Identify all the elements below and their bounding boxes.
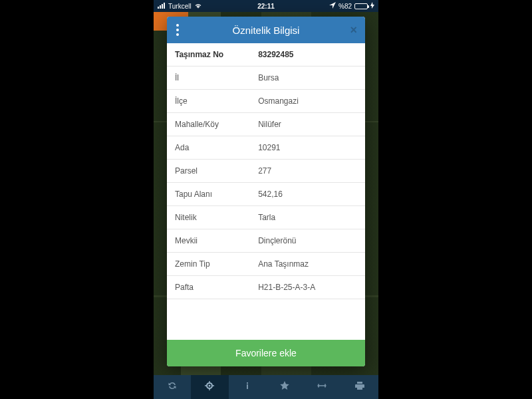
- attribute-key: Ada: [167, 136, 250, 160]
- status-bar: Turkcell 22:11 %82: [154, 0, 378, 12]
- battery-icon: [354, 3, 368, 9]
- locate-icon: [204, 380, 215, 394]
- modal-body: Taşınmaz No83292485İlBursaİlçeOsmangaziM…: [167, 43, 365, 340]
- refresh-icon: [167, 380, 178, 394]
- measure-icon: [317, 380, 327, 394]
- info-icon: [242, 380, 253, 394]
- close-icon[interactable]: ×: [350, 24, 357, 36]
- attribute-key: Parsel: [167, 160, 250, 183]
- star-icon: [279, 380, 290, 394]
- refresh-button[interactable]: [154, 375, 191, 399]
- attribute-value: 10291: [250, 136, 365, 160]
- battery-pct-label: %82: [338, 3, 352, 10]
- modal-header: Öznitelik Bilgisi ×: [167, 17, 365, 43]
- table-row: Zemin TipAna Taşınmaz: [167, 253, 365, 276]
- print-icon: [354, 380, 365, 394]
- svg-rect-3: [164, 3, 165, 9]
- signal-icon: [158, 3, 166, 10]
- table-row: PaftaH21-B-25-A-3-A: [167, 276, 365, 299]
- location-arrow-icon: [329, 2, 336, 10]
- charging-icon: [370, 2, 374, 10]
- modal-title: Öznitelik Bilgisi: [233, 25, 300, 36]
- attribute-key: Mevkii: [167, 229, 250, 253]
- add-favorites-button[interactable]: Favorilere ekle: [167, 340, 365, 366]
- table-row: NitelikTarla: [167, 206, 365, 229]
- svg-rect-0: [158, 7, 159, 9]
- table-row: Mahalle/KöyNilüfer: [167, 113, 365, 136]
- locate-button[interactable]: [191, 375, 228, 399]
- info-button[interactable]: [229, 375, 266, 399]
- attribute-key: Pafta: [167, 276, 250, 299]
- bottom-toolbar: [154, 375, 378, 399]
- star-button[interactable]: [266, 375, 303, 399]
- attribute-value: Tarla: [250, 206, 365, 229]
- attribute-key: İl: [167, 66, 250, 90]
- carrier-label: Turkcell: [168, 3, 192, 10]
- attribute-key: Nitelik: [167, 206, 250, 229]
- attribute-value: 542,16: [250, 183, 365, 206]
- attribute-table: Taşınmaz No83292485İlBursaİlçeOsmangaziM…: [167, 43, 365, 299]
- svg-rect-1: [160, 5, 161, 9]
- attribute-key: Taşınmaz No: [167, 43, 250, 66]
- table-row: İlçeOsmangazi: [167, 90, 365, 113]
- attribute-value: Dinçlerönü: [250, 229, 365, 253]
- attribute-value: Bursa: [250, 66, 365, 90]
- clock-label: 22:11: [257, 3, 275, 10]
- print-button[interactable]: [341, 375, 378, 399]
- table-row: Parsel277: [167, 160, 365, 183]
- measure-button[interactable]: [303, 375, 340, 399]
- attribute-key: Mahalle/Köy: [167, 113, 250, 136]
- table-row: İlBursa: [167, 66, 365, 90]
- attribute-key: İlçe: [167, 90, 250, 113]
- attribute-value: Osmangazi: [250, 90, 365, 113]
- attribute-info-modal: Öznitelik Bilgisi × Taşınmaz No83292485İ…: [167, 17, 365, 366]
- attribute-value: H21-B-25-A-3-A: [250, 276, 365, 299]
- table-row: Taşınmaz No83292485: [167, 43, 365, 66]
- attribute-value: Nilüfer: [250, 113, 365, 136]
- attribute-key: Zemin Tip: [167, 253, 250, 276]
- svg-rect-2: [162, 4, 163, 9]
- table-row: MevkiiDinçlerönü: [167, 229, 365, 253]
- attribute-value: Ana Taşınmaz: [250, 253, 365, 276]
- attribute-value: 83292485: [250, 43, 365, 66]
- attribute-value: 277: [250, 160, 365, 183]
- phone-frame: Turkcell 22:11 %82 Öznitelik Bilgisi ×: [154, 0, 378, 399]
- attribute-key: Tapu Alanı: [167, 183, 250, 206]
- modal-menu-button[interactable]: [176, 24, 179, 36]
- table-row: Tapu Alanı542,16: [167, 183, 365, 206]
- table-row: Ada10291: [167, 136, 365, 160]
- wifi-icon: [194, 3, 202, 10]
